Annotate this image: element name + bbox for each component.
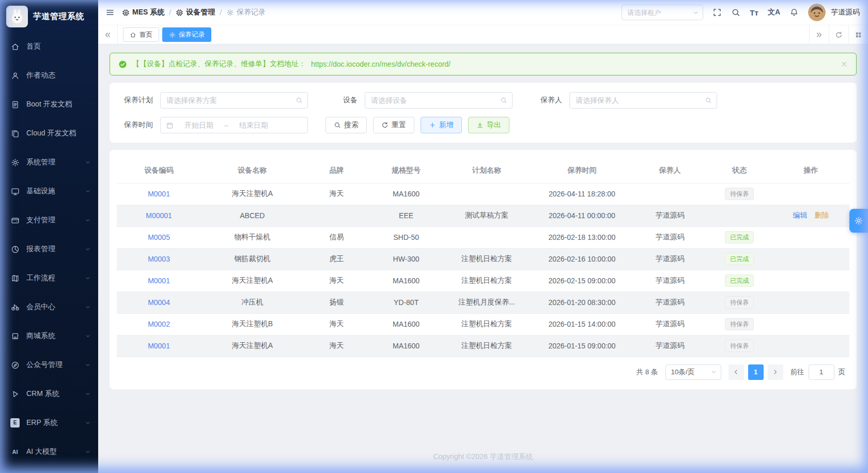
device-code-link[interactable]: M0001 [148,342,170,350]
close-icon[interactable] [841,60,848,68]
chevron-down-icon [85,217,91,223]
device-code-link[interactable]: M0005 [148,233,170,241]
end-date-input[interactable] [231,121,276,129]
start-date-input[interactable] [177,121,221,129]
breadcrumb: MES 系统/设备管理/保养记录 [122,8,266,17]
device-code-link[interactable]: M0002 [148,320,170,328]
device-code-link[interactable]: M0001 [148,277,170,285]
breadcrumb-item[interactable]: 设备管理 [176,8,215,17]
cell-actions [772,226,849,248]
bell-icon[interactable] [789,8,799,17]
add-button[interactable]: 新增 [421,117,462,133]
device-select[interactable] [365,92,513,109]
sidebar-item-home[interactable]: 首页 [0,36,98,57]
device-code-link[interactable]: M0001 [148,190,170,198]
search-icon[interactable] [731,8,740,17]
records-table: 设备编码设备名称品牌规格型号计划名称保养时间保养人状态操作 M0001海天注塑机… [117,158,849,357]
cell-model: YD-80T [369,292,443,313]
export-button[interactable]: 导出 [468,117,509,133]
device-code-link[interactable]: M00001 [146,211,172,220]
tenant-select[interactable] [622,5,703,20]
prev-page-button[interactable] [729,364,744,380]
page-size-select[interactable]: 10条/页 [665,364,721,380]
username[interactable]: 芋道源码 [831,8,860,17]
breadcrumb-item: 保养记录 [226,8,266,17]
sidebar-item-cloud-docs[interactable]: Cloud 开发文档 [0,123,98,144]
reset-button[interactable]: 重置 [373,117,414,133]
calendar-icon [166,121,174,129]
sidebar-item-label: Cloud 开发文档 [26,129,91,138]
tab-active[interactable]: 保养记录 [162,27,211,42]
sidebar-item-pay[interactable]: 支付管理 [0,210,98,231]
cell-brand: 海天 [304,335,370,357]
sidebar-item-mp[interactable]: 公众号管理 [0,355,98,375]
breadcrumb-label: MES 系统 [132,8,164,17]
cell-brand: 海天 [304,270,370,292]
device-input[interactable] [365,96,512,104]
breadcrumb-label: 设备管理 [186,8,215,17]
app-logo[interactable]: 芋道管理系统 [0,0,98,33]
sidebar-item-mall[interactable]: 商城系统 [0,326,98,346]
fullscreen-icon[interactable] [712,8,722,17]
sidebar-item-system[interactable]: 系统管理 [0,152,98,173]
next-page-button[interactable] [768,364,783,380]
device-code-link[interactable]: M0004 [148,298,170,307]
delete-action-link[interactable]: 删除 [815,211,829,219]
breadcrumb-label: 保养记录 [237,8,266,17]
copy-document-icon [10,129,20,138]
search-button[interactable]: 搜索 [326,117,367,133]
sidebar-item-member[interactable]: 会员中心 [0,297,98,317]
cpu-icon [122,9,130,17]
hamburger-menu-icon[interactable] [105,8,115,17]
scroll-tabs-left-icon[interactable] [98,25,118,44]
cell-plan-name [443,183,531,205]
theme-settings-button[interactable] [849,209,868,233]
refresh-icon[interactable] [829,25,848,44]
date-range-picker[interactable]: – [160,117,308,133]
sidebar-item-ai[interactable]: AIAI 大模型 [0,441,98,462]
person-select[interactable] [569,92,717,109]
goto-page-input[interactable] [809,364,834,380]
person-label: 保养人 [530,96,562,105]
cell-device-name: 海天注塑机A [201,183,304,205]
chevron-down-icon [85,304,91,310]
scroll-tabs-right-icon[interactable] [809,25,829,44]
chevron-down-icon [692,9,699,16]
sidebar-item-author[interactable]: 作者动态 [0,65,98,86]
tenant-input[interactable] [622,9,703,17]
sidebar-item-boot-docs[interactable]: Boot 开发文档 [0,94,98,115]
breadcrumb-item[interactable]: MES 系统 [122,8,164,17]
cell-maintain-time: 2026-02-16 10:00:00 [531,248,633,270]
cell-status: 已完成 [706,248,772,270]
table-row: M0003钢筋裁切机虎王HW-300注塑机日检方案2026-02-16 10:0… [117,248,849,270]
cell-actions [772,292,849,313]
plan-input[interactable] [161,96,307,104]
edit-action-link[interactable]: 编辑 [793,211,808,219]
layout-grid-icon[interactable] [848,25,868,44]
page-number-button[interactable]: 1 [748,364,764,380]
translate-icon[interactable]: 文A [768,8,780,17]
sidebar-item-report[interactable]: 报表管理 [0,239,98,260]
tab-item[interactable]: 首页 [123,27,159,42]
plan-select[interactable] [160,92,308,109]
download-icon [476,121,484,129]
doc-link[interactable]: https://doc.iocoder.cn/mes/dv/check-reco… [311,60,451,68]
goto-label: 前往 [791,368,804,377]
column-header: 状态 [706,158,772,183]
user-avatar[interactable] [808,4,826,21]
sidebar-item-crm[interactable]: CRM 系统 [0,384,98,404]
person-input[interactable] [570,96,717,104]
sidebar-item-workflow[interactable]: 工作流程 [0,268,98,288]
cell-device-name: 冲压机 [201,292,304,313]
arrow-right-icon [772,369,779,375]
main-area: MES 系统/设备管理/保养记录 Tᴛ 文A [98,0,868,473]
gear-icon [226,9,234,17]
cell-status: 已完成 [706,270,772,292]
cell-brand: 海天 [304,183,370,205]
sidebar-item-infra[interactable]: 基础设施 [0,181,98,202]
device-code-link[interactable]: M0003 [148,255,170,263]
sidebar-item-erp[interactable]: EERP 系统 [0,413,98,433]
status-badge: 待保养 [725,340,754,352]
table-row: M0004冲压机扬锻YD-80T注塑机月度保养...2026-01-20 08:… [117,292,849,313]
font-size-icon[interactable]: Tᴛ [750,8,758,17]
